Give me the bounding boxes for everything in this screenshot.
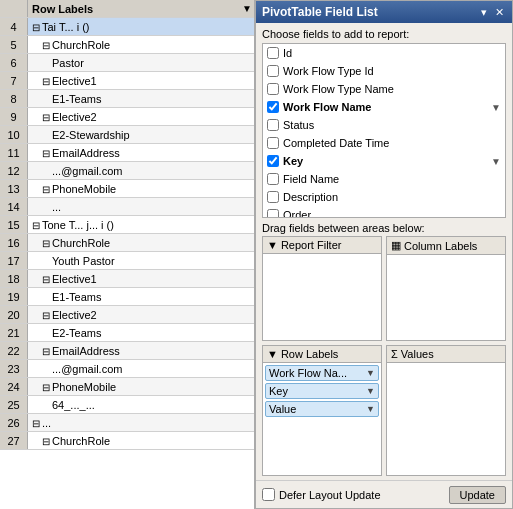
table-row[interactable]: 6Pastor [0,54,254,72]
values-label: Values [401,348,434,360]
field-item: Order [263,206,505,218]
field-label: Key [283,155,303,167]
expand-icon[interactable]: ⊟ [32,220,40,231]
table-row[interactable]: 9⊟Elective2 [0,108,254,126]
field-checkbox[interactable] [267,119,279,131]
cell-text: Pastor [52,57,84,69]
values-icon: Σ [391,348,398,360]
table-row[interactable]: 14... [0,198,254,216]
table-row[interactable]: 13⊟PhoneMobile [0,180,254,198]
expand-icon[interactable]: ⊟ [42,382,50,393]
cell-text: Tone T... j... i () [42,219,114,231]
cell-content: ⊟Tai T... i () [28,21,254,33]
field-checkbox[interactable] [267,191,279,203]
table-row[interactable]: 2564_..._... [0,396,254,414]
expand-icon[interactable]: ⊟ [42,112,50,123]
pivot-close-button[interactable]: ✕ [493,6,506,19]
area-header-row-labels: ▼ Row Labels [263,346,381,363]
row-number: 18 [0,270,28,287]
field-checkbox[interactable] [267,209,279,218]
area-item[interactable]: Value▼ [265,401,379,417]
area-item-dropdown-icon[interactable]: ▼ [366,386,375,396]
spreadsheet: Row Labels ▼ 4⊟Tai T... i ()5⊟ChurchRole… [0,0,255,509]
pivot-copy-button[interactable]: ▾ [479,6,489,19]
expand-icon[interactable]: ⊟ [32,22,40,33]
cell-text: E2-Teams [52,327,102,339]
area-item[interactable]: Work Flow Na...▼ [265,365,379,381]
table-row[interactable]: 18⊟Elective1 [0,270,254,288]
table-row[interactable]: 4⊟Tai T... i () [0,18,254,36]
expand-icon[interactable]: ⊟ [42,436,50,447]
table-row[interactable]: 8E1-Teams [0,90,254,108]
cell-text: EmailAddress [52,345,120,357]
field-checkbox[interactable] [267,47,279,59]
cell-content: Pastor [28,57,254,69]
cell-text: ChurchRole [52,39,110,51]
table-row[interactable]: 23...@gmail.com [0,360,254,378]
field-item: Status [263,116,505,134]
table-row[interactable]: 12...@gmail.com [0,162,254,180]
expand-icon[interactable]: ⊟ [42,184,50,195]
area-body-column-labels[interactable] [387,255,505,285]
filter-icon[interactable]: ▼ [491,102,501,113]
expand-icon[interactable]: ⊟ [42,40,50,51]
area-item[interactable]: Key▼ [265,383,379,399]
table-row[interactable]: 22⊟EmailAddress [0,342,254,360]
area-item-dropdown-icon[interactable]: ▼ [366,404,375,414]
expand-icon[interactable]: ⊟ [42,238,50,249]
defer-layout-checkbox[interactable] [262,488,275,501]
expand-icon[interactable]: ⊟ [42,274,50,285]
row-number: 10 [0,126,28,143]
area-body-values[interactable] [387,363,505,393]
expand-icon[interactable]: ⊟ [32,418,40,429]
cell-content: ⊟Elective2 [28,309,254,321]
table-row[interactable]: 5⊟ChurchRole [0,36,254,54]
column-labels-label: Column Labels [404,240,477,252]
area-header-values: Σ Values [387,346,505,363]
field-item: Field Name [263,170,505,188]
table-row[interactable]: 26⊟... [0,414,254,432]
cell-content: ⊟PhoneMobile [28,183,254,195]
table-row[interactable]: 15⊟Tone T... j... i () [0,216,254,234]
expand-icon[interactable]: ⊟ [42,310,50,321]
expand-icon[interactable]: ⊟ [42,346,50,357]
table-row[interactable]: 24⊟PhoneMobile [0,378,254,396]
field-checkbox[interactable] [267,173,279,185]
table-row[interactable]: 16⊟ChurchRole [0,234,254,252]
cell-text: PhoneMobile [52,381,116,393]
cell-text: Elective2 [52,111,97,123]
table-row[interactable]: 21E2-Teams [0,324,254,342]
cell-content: ... [28,201,254,213]
area-item-dropdown-icon[interactable]: ▼ [366,368,375,378]
area-body-report-filter[interactable] [263,254,381,284]
field-checkbox[interactable] [267,65,279,77]
table-row[interactable]: 20⊟Elective2 [0,306,254,324]
update-button[interactable]: Update [449,486,506,504]
defer-layout-label[interactable]: Defer Layout Update [262,488,381,501]
row-number: 14 [0,198,28,215]
table-row[interactable]: 27⊟ChurchRole [0,432,254,450]
row-number: 5 [0,36,28,53]
expand-icon[interactable]: ⊟ [42,76,50,87]
expand-icon[interactable]: ⊟ [42,148,50,159]
field-checkbox[interactable] [267,155,279,167]
table-row[interactable]: 10E2-Stewardship [0,126,254,144]
field-checkbox[interactable] [267,137,279,149]
pivot-fields-list[interactable]: IdWork Flow Type IdWork Flow Type NameWo… [262,43,506,218]
cell-content: ⊟ChurchRole [28,237,254,249]
table-row[interactable]: 17Youth Pastor [0,252,254,270]
row-labels-label: Row Labels [281,348,338,360]
filter-icon[interactable]: ▼ [491,156,501,167]
cell-text: ...@gmail.com [52,165,122,177]
field-label: Work Flow Name [283,101,371,113]
cell-content: ⊟Tone T... j... i () [28,219,254,231]
row-number: 27 [0,432,28,449]
field-checkbox[interactable] [267,101,279,113]
field-checkbox[interactable] [267,83,279,95]
sort-icon[interactable]: ▼ [242,3,252,14]
cell-content: ...@gmail.com [28,363,254,375]
table-row[interactable]: 11⊟EmailAddress [0,144,254,162]
cell-content: 64_..._... [28,399,254,411]
table-row[interactable]: 7⊟Elective1 [0,72,254,90]
table-row[interactable]: 19E1-Teams [0,288,254,306]
